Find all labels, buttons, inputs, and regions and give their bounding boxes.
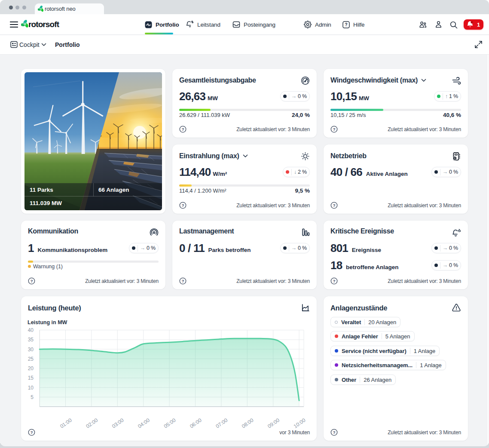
svg-text:02:00: 02:00	[85, 417, 99, 430]
svg-text:5: 5	[31, 394, 34, 400]
svg-text:11 Parks: 11 Parks	[30, 187, 53, 193]
svg-text:?: ?	[333, 279, 336, 283]
svg-text:04:00: 04:00	[137, 417, 151, 430]
svg-text:?: ?	[333, 203, 336, 208]
svg-text:30: 30	[28, 347, 34, 353]
svg-text:09:00: 09:00	[266, 417, 281, 430]
svg-text:35: 35	[28, 337, 34, 343]
svg-text:10: 10	[28, 385, 34, 391]
svg-text:?: ?	[333, 127, 336, 132]
svg-text:?: ?	[182, 127, 184, 132]
svg-text:?: ?	[31, 279, 33, 283]
svg-text:05:00: 05:00	[163, 417, 177, 430]
svg-text:15: 15	[28, 375, 34, 381]
svg-text:07:00: 07:00	[214, 417, 229, 430]
svg-text:25: 25	[28, 356, 34, 362]
svg-text:?: ?	[345, 22, 347, 27]
svg-text:?: ?	[333, 430, 336, 435]
svg-text:08:00: 08:00	[241, 417, 255, 430]
svg-text:?: ?	[31, 430, 33, 435]
svg-text:20: 20	[28, 365, 34, 371]
svg-text:03:00: 03:00	[111, 417, 125, 430]
svg-text:10:00: 10:00	[293, 417, 307, 430]
svg-text:40: 40	[28, 327, 34, 333]
svg-text:06:00: 06:00	[189, 417, 203, 430]
svg-text:01:00: 01:00	[59, 417, 73, 430]
svg-text:?: ?	[182, 203, 184, 208]
svg-text:66 Anlagen: 66 Anlagen	[98, 187, 129, 193]
svg-text:111.039 MW: 111.039 MW	[30, 200, 62, 206]
svg-text:?: ?	[182, 279, 184, 283]
